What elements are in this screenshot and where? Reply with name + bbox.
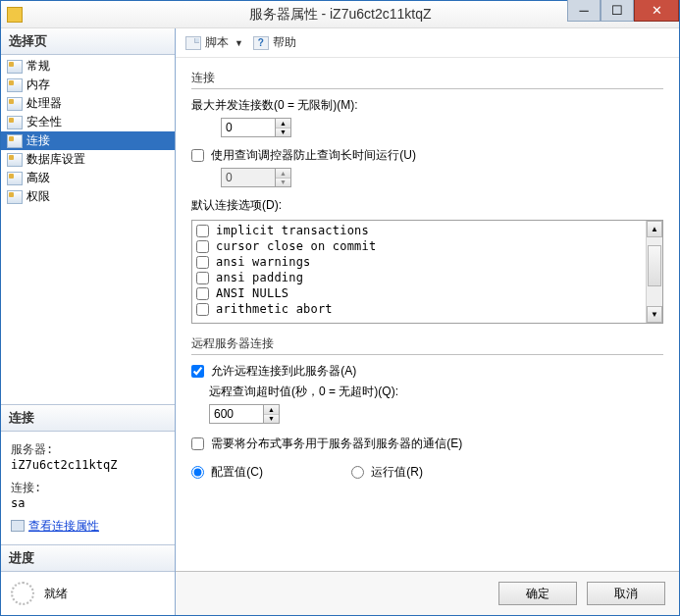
page-nav-list: 常规 内存 处理器 安全性 连接 数据库设置 高级 权限 <box>1 55 175 208</box>
sidebar-item-connections[interactable]: 连接 <box>1 131 175 150</box>
server-properties-window: 服务器属性 - iZ7u6ct2c11ktqZ ─ ☐ ✕ 选择页 常规 内存 … <box>0 0 680 616</box>
minimize-icon: ─ <box>579 4 588 17</box>
help-icon <box>253 36 269 50</box>
option-label: implicit transactions <box>216 223 369 238</box>
remote-timeout-spinner[interactable]: ▲▼ <box>209 404 280 424</box>
properties-icon <box>11 520 25 532</box>
title-bar[interactable]: 服务器属性 - iZ7u6ct2c11ktqZ ─ ☐ ✕ <box>1 1 679 28</box>
select-page-header: 选择页 <box>1 28 175 55</box>
page-icon <box>7 134 23 148</box>
configured-values-radio-row[interactable]: 配置值(C) <box>191 464 263 481</box>
option-row[interactable]: ANSI NULLS <box>196 285 642 301</box>
spin-down-icon: ▼ <box>276 179 290 187</box>
option-checkbox[interactable] <box>196 272 209 284</box>
scroll-down-icon[interactable]: ▼ <box>647 306 662 323</box>
option-label: ansi padding <box>216 270 303 285</box>
sidebar-item-security[interactable]: 安全性 <box>1 113 175 131</box>
script-dropdown-caret-icon[interactable]: ▼ <box>235 38 243 48</box>
configured-values-radio[interactable] <box>191 466 204 479</box>
close-button[interactable]: ✕ <box>634 0 679 22</box>
app-icon <box>7 7 23 23</box>
query-governor-checkbox[interactable] <box>191 149 204 162</box>
option-label: arithmetic abort <box>216 301 333 317</box>
option-checkbox[interactable] <box>196 240 209 253</box>
spin-down-icon[interactable]: ▼ <box>264 415 279 424</box>
server-label: 服务器: <box>11 441 165 458</box>
option-label: cursor close on commit <box>216 238 376 254</box>
require-distributed-checkbox-row[interactable]: 需要将分布式事务用于服务器到服务器的通信(E) <box>191 436 462 450</box>
allow-remote-label: 允许远程连接到此服务器(A) <box>211 364 356 378</box>
remote-timeout-label: 远程查询超时值(秒，0 = 无超时)(Q): <box>209 384 663 400</box>
link-label: 查看连接属性 <box>28 518 99 535</box>
option-label: ANSI NULLS <box>216 285 288 301</box>
sidebar-item-label: 连接 <box>26 132 50 149</box>
maximize-button[interactable]: ☐ <box>601 0 634 22</box>
allow-remote-checkbox[interactable] <box>191 365 204 378</box>
spin-up-icon[interactable]: ▲ <box>276 119 290 128</box>
sidebar-item-database-settings[interactable]: 数据库设置 <box>1 150 175 169</box>
running-values-radio[interactable] <box>351 466 364 479</box>
scroll-up-icon[interactable]: ▲ <box>647 221 662 237</box>
allow-remote-checkbox-row[interactable]: 允许远程连接到此服务器(A) <box>191 364 356 378</box>
connections-section-title: 连接 <box>191 70 663 89</box>
sidebar-item-label: 常规 <box>26 58 50 75</box>
spin-up-icon: ▲ <box>276 169 290 179</box>
default-options-listbox[interactable]: implicit transactions cursor close on co… <box>191 220 663 324</box>
scroll-thumb[interactable] <box>648 245 661 286</box>
spin-up-icon[interactable]: ▲ <box>264 405 279 415</box>
option-row[interactable]: implicit transactions <box>196 223 642 238</box>
main-panel: 脚本 ▼ 帮助 连接 最大并发连接数(0 = 无限制)(M): ▲▼ <box>176 28 679 615</box>
sidebar-item-permissions[interactable]: 权限 <box>1 187 175 206</box>
script-icon <box>185 36 201 50</box>
remote-timeout-input[interactable] <box>210 405 263 423</box>
close-icon: ✕ <box>652 4 662 17</box>
option-checkbox[interactable] <box>196 256 209 269</box>
maximize-icon: ☐ <box>611 4 623 17</box>
option-row[interactable]: arithmetic abort <box>196 301 642 317</box>
view-connection-properties-link[interactable]: 查看连接属性 <box>11 518 99 535</box>
max-concurrent-spinner[interactable]: ▲▼ <box>221 118 291 137</box>
sidebar-item-label: 安全性 <box>26 114 62 130</box>
cancel-button[interactable]: 取消 <box>587 582 665 605</box>
progress-status: 就绪 <box>44 586 68 602</box>
option-row[interactable]: cursor close on commit <box>196 238 642 254</box>
page-icon <box>7 172 23 185</box>
sidebar-item-label: 权限 <box>26 188 50 205</box>
page-icon <box>7 78 23 92</box>
sidebar-item-processors[interactable]: 处理器 <box>1 94 175 113</box>
default-options-label: 默认连接选项(D): <box>191 197 663 214</box>
server-value: iZ7u6ct2c11ktqZ <box>11 458 165 472</box>
progress-header: 进度 <box>1 545 175 572</box>
minimize-button[interactable]: ─ <box>567 0 601 22</box>
sidebar-item-label: 内存 <box>26 77 50 93</box>
option-row[interactable]: ansi padding <box>196 270 642 285</box>
content-area: 连接 最大并发连接数(0 = 无限制)(M): ▲▼ 使用查询调控器防止查询长时… <box>176 58 679 571</box>
running-values-label: 运行值(R) <box>371 465 423 479</box>
option-checkbox[interactable] <box>196 287 209 300</box>
scroll-track[interactable] <box>647 237 662 306</box>
toolbar: 脚本 ▼ 帮助 <box>176 28 679 58</box>
sidebar-item-label: 处理器 <box>26 95 62 112</box>
option-label: ansi warnings <box>216 254 311 270</box>
sidebar-item-general[interactable]: 常规 <box>1 57 175 76</box>
require-distributed-checkbox[interactable] <box>191 437 204 450</box>
running-values-radio-row[interactable]: 运行值(R) <box>351 464 423 481</box>
option-checkbox[interactable] <box>196 225 209 237</box>
governor-cost-input <box>222 169 275 186</box>
connection-label: 连接: <box>11 480 165 496</box>
progress-spinner-icon <box>11 582 34 605</box>
query-governor-checkbox-row[interactable]: 使用查询调控器防止查询长时间运行(U) <box>191 148 416 162</box>
option-checkbox[interactable] <box>196 303 209 316</box>
configured-values-label: 配置值(C) <box>211 465 263 479</box>
sidebar-item-advanced[interactable]: 高级 <box>1 169 175 187</box>
listbox-scrollbar[interactable]: ▲ ▼ <box>646 221 662 323</box>
sidebar-item-label: 数据库设置 <box>26 151 85 168</box>
help-button[interactable]: 帮助 <box>273 34 296 51</box>
spin-down-icon[interactable]: ▼ <box>276 128 290 137</box>
sidebar-item-memory[interactable]: 内存 <box>1 76 175 94</box>
option-row[interactable]: ansi warnings <box>196 254 642 270</box>
ok-button[interactable]: 确定 <box>498 582 577 605</box>
page-icon <box>7 153 23 167</box>
max-concurrent-input[interactable] <box>222 119 275 136</box>
script-button[interactable]: 脚本 <box>205 34 229 51</box>
